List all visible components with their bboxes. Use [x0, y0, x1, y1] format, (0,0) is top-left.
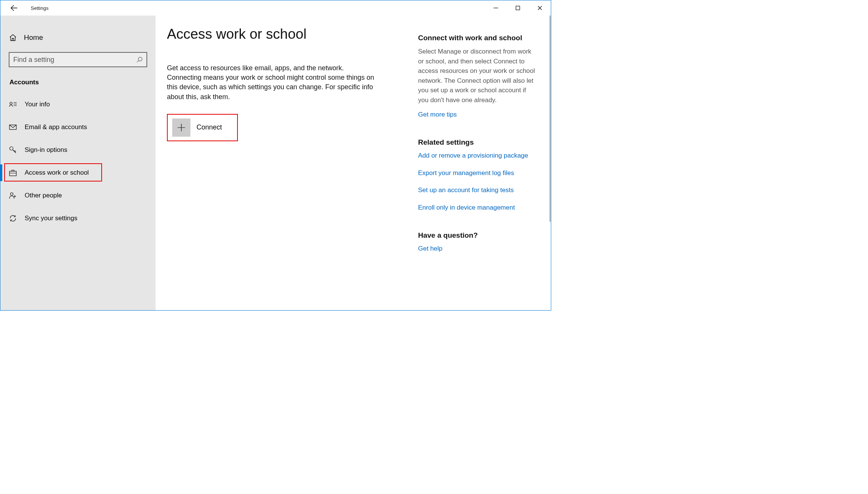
- back-arrow-icon: [11, 5, 17, 11]
- person-card-icon: [9, 101, 17, 107]
- connect-button[interactable]: Connect: [167, 114, 238, 141]
- link-export-logs[interactable]: Export your management log files: [418, 169, 536, 178]
- aside-question-section: Have a question? Get help: [418, 231, 536, 253]
- sidebar-section-title: Accounts: [0, 74, 156, 93]
- close-icon: [538, 6, 542, 10]
- svg-point-6: [11, 193, 13, 196]
- people-add-icon: [9, 192, 17, 199]
- sidebar-item-label: Sync your settings: [25, 215, 77, 222]
- main-content: Access work or school Get access to reso…: [156, 16, 551, 310]
- titlebar: Settings: [0, 0, 551, 16]
- sidebar-item-label: Your info: [25, 101, 50, 108]
- mail-icon: [9, 125, 17, 130]
- sidebar-item-label: Email & app accounts: [25, 123, 87, 131]
- scrollbar-thumb[interactable]: [549, 16, 551, 222]
- aside-related-title: Related settings: [418, 138, 536, 147]
- link-enroll-device-mgmt[interactable]: Enroll only in device management: [418, 203, 536, 212]
- key-icon: [9, 146, 17, 154]
- back-button[interactable]: [6, 0, 22, 16]
- window-controls: [485, 0, 551, 16]
- minimize-icon: [494, 6, 498, 10]
- sidebar-item-signin[interactable]: Sign-in options: [0, 139, 156, 161]
- aside-connect-section: Connect with work and school Select Mana…: [418, 34, 536, 119]
- search-wrap: [0, 48, 156, 74]
- aside-connect-text: Select Manage or disconnect from work or…: [418, 47, 536, 105]
- sidebar-item-other-people[interactable]: Other people: [0, 184, 156, 207]
- sync-icon: [9, 215, 17, 222]
- svg-rect-5: [9, 171, 16, 176]
- scrollbar[interactable]: [549, 16, 551, 310]
- briefcase-icon: [9, 169, 17, 176]
- search-input[interactable]: [13, 56, 137, 64]
- aside-connect-title: Connect with work and school: [418, 34, 536, 42]
- home-icon: [9, 34, 17, 41]
- sidebar-item-your-info[interactable]: Your info: [0, 93, 156, 116]
- sidebar: Home Accounts Your info: [0, 16, 156, 310]
- svg-point-2: [10, 102, 12, 104]
- sidebar-item-sync[interactable]: Sync your settings: [0, 207, 156, 230]
- sidebar-item-label: Other people: [25, 192, 62, 199]
- sidebar-item-label: Sign-in options: [25, 146, 67, 154]
- maximize-icon: [516, 6, 520, 10]
- content-area: Home Accounts Your info: [0, 16, 551, 310]
- link-taking-tests[interactable]: Set up an account for taking tests: [418, 186, 536, 195]
- svg-point-1: [138, 57, 142, 61]
- link-get-more-tips[interactable]: Get more tips: [418, 110, 536, 119]
- connect-label: Connect: [197, 123, 222, 131]
- aside-question-title: Have a question?: [418, 231, 536, 240]
- search-icon: [137, 57, 143, 63]
- minimize-button[interactable]: [485, 0, 507, 16]
- nav-home-label: Home: [24, 33, 43, 42]
- link-provisioning-package[interactable]: Add or remove a provisioning package: [418, 151, 536, 160]
- page-description: Get access to resources like email, apps…: [167, 63, 379, 102]
- plus-icon-box: [172, 118, 190, 137]
- sidebar-item-access-work-school[interactable]: Access work or school: [0, 161, 156, 184]
- aside-related-section: Related settings Add or remove a provisi…: [418, 138, 536, 212]
- nav-home[interactable]: Home: [0, 27, 156, 48]
- link-get-help[interactable]: Get help: [418, 244, 536, 253]
- svg-rect-0: [516, 6, 520, 10]
- aside-panel: Connect with work and school Select Mana…: [418, 26, 539, 310]
- maximize-button[interactable]: [507, 0, 529, 16]
- plus-icon: [177, 123, 186, 132]
- sidebar-item-email[interactable]: Email & app accounts: [0, 116, 156, 139]
- window-title: Settings: [31, 5, 49, 11]
- main-column: Access work or school Get access to reso…: [167, 26, 410, 310]
- page-title: Access work or school: [167, 26, 410, 42]
- sidebar-item-label: Access work or school: [25, 169, 89, 177]
- search-box[interactable]: [9, 52, 147, 67]
- settings-window: Settings Home: [0, 0, 551, 311]
- close-button[interactable]: [529, 0, 551, 16]
